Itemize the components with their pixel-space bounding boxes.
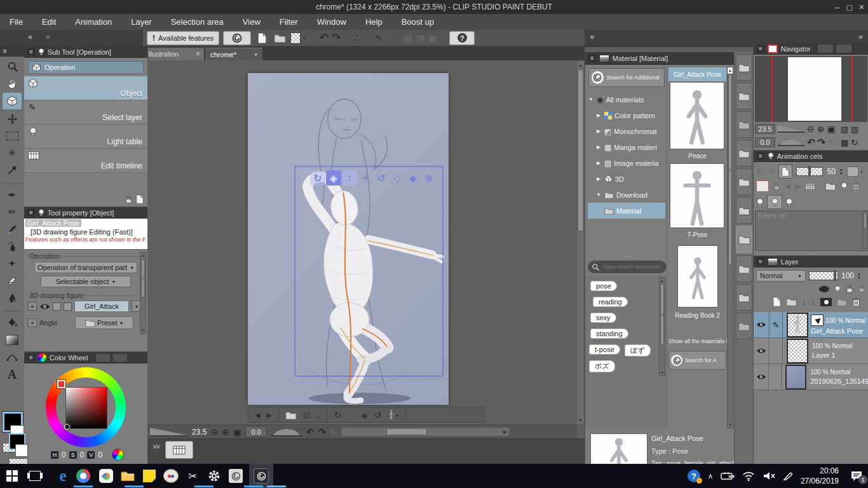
tool-palette-menu-icon[interactable]: ≡ [3, 48, 7, 55]
tab-chrome[interactable]: chrome* ● [205, 48, 262, 60]
notification-icon[interactable]: 1 [850, 470, 863, 482]
navigator-zoom-slider[interactable] [778, 125, 804, 133]
select-cel-icon[interactable] [756, 180, 769, 192]
fit-to-screen-icon[interactable]: ▣ [233, 427, 241, 437]
material-label-peace[interactable]: Peace [667, 150, 728, 163]
scroll-down-icon[interactable]: ▼ [660, 370, 665, 376]
reference-layer-icon[interactable] [834, 285, 841, 294]
color-slider-tab[interactable] [96, 354, 110, 362]
tree-color-pattern[interactable]: ▶ Color pattern [588, 107, 665, 123]
expand-angle-button[interactable]: + [28, 318, 37, 327]
material-item-girl-attack[interactable]: Girl_Attack Pose [668, 67, 726, 81]
figure-name-field[interactable]: Girl_Attack [74, 301, 129, 312]
eyedropper-tool[interactable] [3, 162, 22, 179]
tree-image-material[interactable]: ▶ ▨ Image materia [588, 155, 665, 171]
brush-tool[interactable] [3, 221, 22, 238]
selectable-object-dropdown[interactable]: Selectable object ▼ [41, 276, 131, 287]
reset-rotate-icon[interactable]: ↻ [330, 427, 337, 437]
light-table-layers-icon[interactable] [841, 182, 848, 191]
battery-icon[interactable] [721, 471, 735, 480]
timeline-button[interactable] [165, 441, 193, 459]
save-dropdown[interactable]: ▼ [302, 36, 306, 40]
shortcut-image-material[interactable] [736, 83, 752, 109]
open-file-button[interactable] [273, 33, 287, 43]
lock-layer-icon[interactable] [846, 284, 853, 294]
object-move-icon[interactable]: + [358, 170, 373, 186]
canvas-paper[interactable]: ↻ ◈ ↕ + ↺ ◇ ◆ ⊗ [248, 73, 449, 405]
panel-menu-icon[interactable]: ≡ [757, 45, 764, 52]
menu-view[interactable]: View [233, 17, 270, 27]
panel-menu-icon[interactable]: ≡ [27, 48, 35, 55]
material-label-reading[interactable]: Reading Book 2 [667, 310, 728, 322]
subtool-item-edit-timeline[interactable]: Edit timeline [24, 149, 147, 173]
nav-rotate-cw-icon[interactable]: ↷ [818, 137, 826, 148]
nav-flip-h-icon[interactable]: ▧ [841, 125, 848, 134]
s-label[interactable]: S [69, 451, 77, 459]
snap-grid-button[interactable]: ▩ [428, 33, 437, 43]
zoom-tool[interactable] [3, 58, 22, 74]
lock-transparent-icon[interactable] [858, 285, 865, 293]
layer-opacity-slider[interactable] [809, 271, 838, 280]
figure-model-selector[interactable]: ▼ [388, 410, 400, 420]
pen-tool[interactable]: ✒ [3, 187, 22, 203]
layer-visible-eye-icon[interactable] [754, 374, 768, 380]
object-rotate-3d-icon[interactable]: ◇ [390, 170, 405, 186]
undo-button[interactable]: ↶ [319, 31, 328, 44]
nav-reset-icon[interactable]: ↻ [828, 137, 836, 147]
panel-splitter[interactable]: ····· [585, 254, 668, 259]
tree-monochromatic[interactable]: ▶ ◩ Monochromat [588, 123, 665, 139]
new-folder-icon[interactable] [786, 297, 797, 306]
search-additional-short-button[interactable]: Search for A [668, 351, 726, 370]
rotate-ccw-icon[interactable]: ↶ [306, 426, 315, 438]
clip-studio-paint-icon[interactable] [249, 464, 273, 488]
zoom-out-icon[interactable]: ⊖ [210, 427, 218, 437]
redo-button[interactable]: ↷ [332, 31, 341, 44]
expand-timeline-icon[interactable]: ∨∨ [153, 443, 159, 450]
shortcut-edit[interactable] [736, 255, 752, 282]
tag-pozu-hiragana[interactable]: ぽず [625, 344, 651, 356]
subtool-item-select-layer[interactable]: ✎ Select layer [24, 100, 147, 125]
tree-manga-material[interactable]: ▶ ▦ Manga materi [588, 139, 665, 155]
layer-mask-icon[interactable] [820, 298, 832, 306]
tag-sexy[interactable]: sexy [590, 313, 616, 323]
panel-sub-color[interactable] [15, 444, 28, 457]
apply-mask-icon[interactable] [837, 298, 847, 306]
object-rotate-icon[interactable]: ↺ [374, 170, 389, 186]
keyword-search-box[interactable] [588, 261, 667, 273]
cel-opacity-slider[interactable] [796, 167, 823, 176]
dock-collapse-icon3[interactable]: » [590, 32, 594, 41]
tree-material-folder[interactable]: Material [588, 203, 665, 219]
close-button[interactable]: × [859, 2, 864, 12]
hsv-mode-icon[interactable] [112, 449, 124, 461]
scroll-down-icon[interactable]: ▼ [140, 327, 146, 334]
prev-object-icon[interactable]: ◀ [255, 411, 260, 419]
color-set-tab[interactable] [113, 354, 127, 362]
figure-tool[interactable] [3, 349, 22, 365]
clip-at-layer-icon[interactable] [819, 286, 829, 292]
scroll-up-icon[interactable]: ▲ [660, 278, 665, 283]
selection-tool[interactable] [3, 128, 22, 144]
layer-row-photo[interactable]: 100 % Normal 20190626_135149 [754, 364, 868, 390]
subtool-lock-icon[interactable] [125, 195, 132, 204]
help-button[interactable]: ? [449, 31, 475, 45]
scroll-up-icon[interactable]: ▲ [577, 61, 584, 69]
fill-tool-shortcut[interactable]: ✎ [376, 33, 383, 43]
shortcut-pose[interactable] [736, 313, 752, 339]
text-tool[interactable]: A [3, 366, 22, 383]
snap-special-button[interactable]: ▧ [416, 33, 424, 43]
bulb-cel-icon[interactable] [767, 195, 782, 209]
scroll-right-icon[interactable]: ▶ [502, 428, 508, 436]
auto-select-tool[interactable]: ✳ [3, 145, 22, 161]
shortcut-color-pattern[interactable] [736, 54, 752, 81]
task-view-button[interactable] [27, 468, 43, 484]
snap-button[interactable]: # [387, 33, 391, 43]
layer-visible-eye-icon[interactable] [754, 322, 769, 328]
camera-angle-icon[interactable]: ◈ [362, 410, 368, 420]
canvas-hscrollbar[interactable]: ▶ [341, 427, 510, 437]
zoom-in-icon[interactable]: ⊕ [222, 427, 229, 437]
subtool-item-object[interactable]: Object [24, 76, 147, 100]
nav-rotate-ccw-icon[interactable]: ↶ [807, 137, 815, 148]
move-layer-tool[interactable] [3, 111, 22, 127]
paint-icon[interactable] [163, 468, 179, 484]
tag-standing[interactable]: standing [590, 329, 628, 339]
